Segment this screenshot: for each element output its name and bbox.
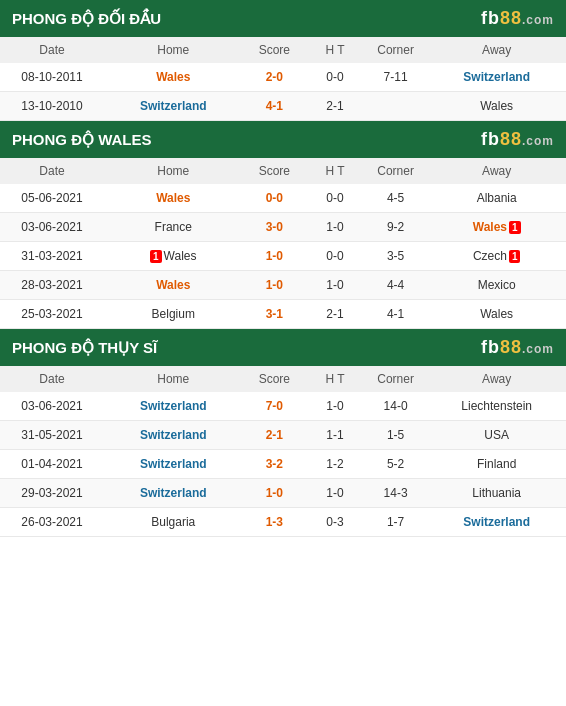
table-row: 05-06-2021 Wales 0-0 0-0 4-5 Albania (0, 184, 566, 213)
score-value[interactable]: 2-1 (266, 428, 283, 442)
score-cell: 1-3 (243, 508, 307, 537)
data-table: DateHomeScoreH TCornerAway 03-06-2021 Sw… (0, 366, 566, 537)
score-value[interactable]: 1-0 (266, 249, 283, 263)
corner-cell: 1-7 (364, 508, 428, 537)
score-value[interactable]: 3-2 (266, 457, 283, 471)
col-header: Date (0, 158, 104, 184)
score-cell: 3-1 (243, 300, 307, 329)
team-name: Wales (164, 249, 197, 263)
fb88-logo: fb88.com (481, 337, 554, 358)
date-cell: 28-03-2021 (0, 271, 104, 300)
team-name: Finland (477, 457, 516, 471)
col-header: Date (0, 37, 104, 63)
score-cell: 3-2 (243, 450, 307, 479)
col-header: Home (104, 366, 243, 392)
ht-cell: 1-2 (306, 450, 364, 479)
team-name: Switzerland (140, 486, 207, 500)
ht-cell: 1-1 (306, 421, 364, 450)
date-cell: 26-03-2021 (0, 508, 104, 537)
team-name: Switzerland (140, 457, 207, 471)
home-cell: Wales (104, 63, 243, 92)
ht-cell: 1-0 (306, 271, 364, 300)
away-cell: Wales (427, 300, 566, 329)
away-cell: Mexico (427, 271, 566, 300)
date-cell: 03-06-2021 (0, 392, 104, 421)
table-row: 31-05-2021 Switzerland 2-1 1-1 1-5 USA (0, 421, 566, 450)
col-header: Away (427, 37, 566, 63)
ht-cell: 0-0 (306, 242, 364, 271)
ht-cell: 2-1 (306, 92, 364, 121)
score-cell: 1-0 (243, 242, 307, 271)
team-name: Mexico (478, 278, 516, 292)
section-header: PHONG ĐỘ THỤY SĨ fb88.com (0, 329, 566, 366)
corner-cell: 3-5 (364, 242, 428, 271)
col-header: Date (0, 366, 104, 392)
team-name: Albania (477, 191, 517, 205)
table-row: 29-03-2021 Switzerland 1-0 1-0 14-3 Lith… (0, 479, 566, 508)
col-header: Corner (364, 158, 428, 184)
red-card-badge: 1 (509, 250, 521, 263)
team-name: Bulgaria (151, 515, 195, 529)
table-row: 03-06-2021 Switzerland 7-0 1-0 14-0 Liec… (0, 392, 566, 421)
red-card-badge: 1 (509, 221, 521, 234)
team-name: Switzerland (140, 428, 207, 442)
away-cell: Finland (427, 450, 566, 479)
section-title: PHONG ĐỘ THỤY SĨ (12, 339, 157, 357)
corner-cell: 7-11 (364, 63, 428, 92)
col-header: Corner (364, 366, 428, 392)
score-cell: 2-0 (243, 63, 307, 92)
score-value[interactable]: 1-0 (266, 278, 283, 292)
ht-cell: 1-0 (306, 392, 364, 421)
home-cell: Wales (104, 184, 243, 213)
home-cell: Wales (104, 271, 243, 300)
score-value[interactable]: 2-0 (266, 70, 283, 84)
col-header: H T (306, 37, 364, 63)
col-header: Score (243, 37, 307, 63)
corner-cell: 5-2 (364, 450, 428, 479)
home-cell: Switzerland (104, 479, 243, 508)
col-header: Corner (364, 37, 428, 63)
col-header: Away (427, 366, 566, 392)
score-cell: 1-0 (243, 271, 307, 300)
score-value[interactable]: 3-0 (266, 220, 283, 234)
score-value[interactable]: 3-1 (266, 307, 283, 321)
ht-cell: 0-0 (306, 184, 364, 213)
home-cell: Bulgaria (104, 508, 243, 537)
col-header: Score (243, 366, 307, 392)
corner-cell (364, 92, 428, 121)
ht-cell: 0-3 (306, 508, 364, 537)
score-value[interactable]: 1-0 (266, 486, 283, 500)
team-name: Belgium (152, 307, 195, 321)
score-value[interactable]: 0-0 (266, 191, 283, 205)
score-value[interactable]: 1-3 (266, 515, 283, 529)
team-name: Switzerland (140, 99, 207, 113)
away-cell: Czech1 (427, 242, 566, 271)
home-cell: Belgium (104, 300, 243, 329)
col-header: H T (306, 158, 364, 184)
home-cell: 1Wales (104, 242, 243, 271)
team-name: Czech (473, 249, 507, 263)
away-cell: USA (427, 421, 566, 450)
col-header: Score (243, 158, 307, 184)
team-name: USA (484, 428, 509, 442)
date-cell: 13-10-2010 (0, 92, 104, 121)
score-value[interactable]: 7-0 (266, 399, 283, 413)
fb88-logo: fb88.com (481, 8, 554, 29)
score-value[interactable]: 4-1 (266, 99, 283, 113)
section-switzerland-form: PHONG ĐỘ THỤY SĨ fb88.com DateHomeScoreH… (0, 329, 566, 537)
section-wales-form: PHONG ĐỘ WALES fb88.com DateHomeScoreH T… (0, 121, 566, 329)
corner-cell: 4-5 (364, 184, 428, 213)
score-cell: 2-1 (243, 421, 307, 450)
corner-cell: 14-0 (364, 392, 428, 421)
home-cell: Switzerland (104, 392, 243, 421)
table-row: 31-03-2021 1Wales 1-0 0-0 3-5 Czech1 (0, 242, 566, 271)
table-row: 01-04-2021 Switzerland 3-2 1-2 5-2 Finla… (0, 450, 566, 479)
col-header: Home (104, 158, 243, 184)
team-name: Switzerland (463, 515, 530, 529)
away-cell: Switzerland (427, 508, 566, 537)
section-head-to-head: PHONG ĐỘ ĐỐI ĐẦU fb88.com DateHomeScoreH… (0, 0, 566, 121)
section-title: PHONG ĐỘ ĐỐI ĐẦU (12, 10, 161, 28)
away-cell: Switzerland (427, 63, 566, 92)
score-cell: 3-0 (243, 213, 307, 242)
ht-cell: 1-0 (306, 213, 364, 242)
